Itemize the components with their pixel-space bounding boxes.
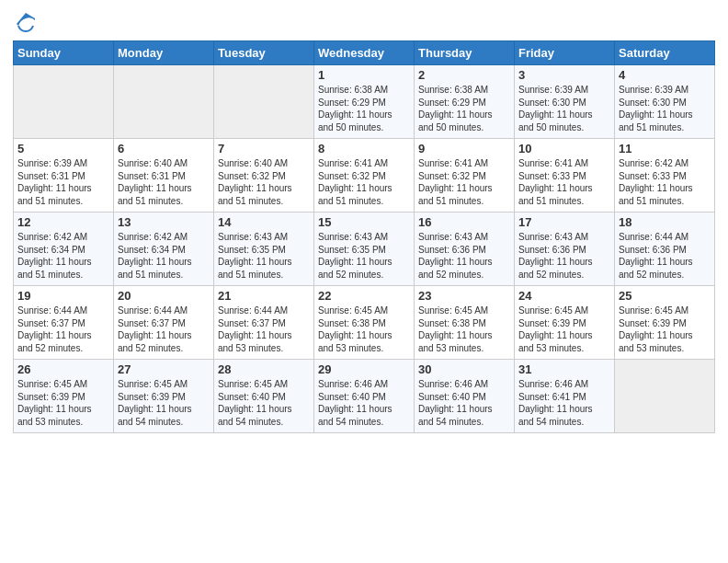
calendar-cell xyxy=(14,65,114,139)
day-number: 29 xyxy=(318,362,410,376)
calendar-cell: 11Sunrise: 6:42 AM Sunset: 6:33 PM Dayli… xyxy=(615,139,715,213)
day-info: Sunrise: 6:43 AM Sunset: 6:35 PM Dayligh… xyxy=(218,231,310,281)
day-info: Sunrise: 6:44 AM Sunset: 6:37 PM Dayligh… xyxy=(218,304,310,354)
weekday-header-monday: Monday xyxy=(114,41,214,65)
day-info: Sunrise: 6:39 AM Sunset: 6:31 PM Dayligh… xyxy=(17,157,109,207)
day-number: 8 xyxy=(318,142,410,155)
day-number: 18 xyxy=(619,215,711,229)
calendar-cell: 7Sunrise: 6:40 AM Sunset: 6:32 PM Daylig… xyxy=(214,139,314,213)
day-number: 26 xyxy=(17,362,109,376)
logo-icon xyxy=(15,11,37,33)
weekday-header-thursday: Thursday xyxy=(415,41,515,65)
calendar-cell: 31Sunrise: 6:46 AM Sunset: 6:41 PM Dayli… xyxy=(515,360,615,433)
day-number: 4 xyxy=(619,68,711,82)
calendar-cell: 22Sunrise: 6:45 AM Sunset: 6:38 PM Dayli… xyxy=(314,286,415,360)
calendar-cell: 5Sunrise: 6:39 AM Sunset: 6:31 PM Daylig… xyxy=(14,139,114,213)
calendar-week-row: 1Sunrise: 6:38 AM Sunset: 6:29 PM Daylig… xyxy=(14,65,715,139)
calendar-cell: 1Sunrise: 6:38 AM Sunset: 6:29 PM Daylig… xyxy=(314,65,415,139)
day-number: 19 xyxy=(17,289,109,303)
weekday-header-row: SundayMondayTuesdayWednesdayThursdayFrid… xyxy=(14,41,715,65)
calendar-cell: 20Sunrise: 6:44 AM Sunset: 6:37 PM Dayli… xyxy=(114,286,214,360)
day-info: Sunrise: 6:43 AM Sunset: 6:36 PM Dayligh… xyxy=(418,231,510,281)
logo-text xyxy=(13,13,37,33)
day-number: 1 xyxy=(318,68,410,82)
weekday-header-friday: Friday xyxy=(515,41,615,65)
day-info: Sunrise: 6:45 AM Sunset: 6:39 PM Dayligh… xyxy=(518,304,610,354)
calendar-cell xyxy=(214,65,314,139)
calendar-cell: 3Sunrise: 6:39 AM Sunset: 6:30 PM Daylig… xyxy=(515,65,615,139)
day-number: 17 xyxy=(518,215,610,229)
calendar-cell: 8Sunrise: 6:41 AM Sunset: 6:32 PM Daylig… xyxy=(314,139,415,213)
day-number: 15 xyxy=(318,215,410,229)
day-number: 13 xyxy=(118,215,210,229)
day-number: 23 xyxy=(418,289,510,303)
day-number: 20 xyxy=(118,289,210,303)
day-info: Sunrise: 6:43 AM Sunset: 6:35 PM Dayligh… xyxy=(318,231,410,281)
calendar-cell: 14Sunrise: 6:43 AM Sunset: 6:35 PM Dayli… xyxy=(214,213,314,286)
day-number: 5 xyxy=(17,142,109,155)
day-info: Sunrise: 6:41 AM Sunset: 6:32 PM Dayligh… xyxy=(418,157,510,207)
day-number: 12 xyxy=(17,215,109,229)
day-number: 6 xyxy=(118,142,210,155)
weekday-header-tuesday: Tuesday xyxy=(214,41,314,65)
day-info: Sunrise: 6:39 AM Sunset: 6:30 PM Dayligh… xyxy=(619,84,711,133)
calendar-cell xyxy=(615,360,715,433)
calendar-cell: 19Sunrise: 6:44 AM Sunset: 6:37 PM Dayli… xyxy=(14,286,114,360)
calendar-cell: 6Sunrise: 6:40 AM Sunset: 6:31 PM Daylig… xyxy=(114,139,214,213)
day-info: Sunrise: 6:46 AM Sunset: 6:41 PM Dayligh… xyxy=(518,378,610,428)
calendar-week-row: 5Sunrise: 6:39 AM Sunset: 6:31 PM Daylig… xyxy=(14,139,715,213)
day-info: Sunrise: 6:38 AM Sunset: 6:29 PM Dayligh… xyxy=(318,84,410,133)
day-number: 27 xyxy=(118,362,210,376)
calendar-cell: 2Sunrise: 6:38 AM Sunset: 6:29 PM Daylig… xyxy=(415,65,515,139)
day-number: 2 xyxy=(418,68,510,82)
day-number: 9 xyxy=(418,142,510,155)
calendar-cell: 25Sunrise: 6:45 AM Sunset: 6:39 PM Dayli… xyxy=(615,286,715,360)
calendar-cell: 26Sunrise: 6:45 AM Sunset: 6:39 PM Dayli… xyxy=(14,360,114,433)
day-info: Sunrise: 6:41 AM Sunset: 6:33 PM Dayligh… xyxy=(518,157,610,207)
calendar-table: SundayMondayTuesdayWednesdayThursdayFrid… xyxy=(13,40,715,433)
day-info: Sunrise: 6:44 AM Sunset: 6:37 PM Dayligh… xyxy=(118,304,210,354)
day-number: 14 xyxy=(218,215,310,229)
day-info: Sunrise: 6:40 AM Sunset: 6:31 PM Dayligh… xyxy=(118,157,210,207)
day-info: Sunrise: 6:45 AM Sunset: 6:39 PM Dayligh… xyxy=(17,378,109,428)
day-info: Sunrise: 6:42 AM Sunset: 6:34 PM Dayligh… xyxy=(17,231,109,281)
day-number: 25 xyxy=(619,289,711,303)
day-number: 28 xyxy=(218,362,310,376)
calendar-cell: 15Sunrise: 6:43 AM Sunset: 6:35 PM Dayli… xyxy=(314,213,415,286)
day-number: 30 xyxy=(418,362,510,376)
day-info: Sunrise: 6:46 AM Sunset: 6:40 PM Dayligh… xyxy=(318,378,410,428)
logo xyxy=(13,13,37,33)
calendar-cell: 4Sunrise: 6:39 AM Sunset: 6:30 PM Daylig… xyxy=(615,65,715,139)
calendar-cell: 12Sunrise: 6:42 AM Sunset: 6:34 PM Dayli… xyxy=(14,213,114,286)
calendar-cell: 9Sunrise: 6:41 AM Sunset: 6:32 PM Daylig… xyxy=(415,139,515,213)
calendar-page: SundayMondayTuesdayWednesdayThursdayFrid… xyxy=(0,0,728,563)
day-info: Sunrise: 6:44 AM Sunset: 6:36 PM Dayligh… xyxy=(619,231,711,281)
day-number: 24 xyxy=(518,289,610,303)
weekday-header-wednesday: Wednesday xyxy=(314,41,415,65)
day-info: Sunrise: 6:45 AM Sunset: 6:38 PM Dayligh… xyxy=(318,304,410,354)
day-info: Sunrise: 6:45 AM Sunset: 6:39 PM Dayligh… xyxy=(619,304,711,354)
day-info: Sunrise: 6:42 AM Sunset: 6:34 PM Dayligh… xyxy=(118,231,210,281)
calendar-week-row: 26Sunrise: 6:45 AM Sunset: 6:39 PM Dayli… xyxy=(14,360,715,433)
calendar-week-row: 12Sunrise: 6:42 AM Sunset: 6:34 PM Dayli… xyxy=(14,213,715,286)
weekday-header-sunday: Sunday xyxy=(14,41,114,65)
calendar-cell: 30Sunrise: 6:46 AM Sunset: 6:40 PM Dayli… xyxy=(415,360,515,433)
calendar-cell: 29Sunrise: 6:46 AM Sunset: 6:40 PM Dayli… xyxy=(314,360,415,433)
calendar-cell: 24Sunrise: 6:45 AM Sunset: 6:39 PM Dayli… xyxy=(515,286,615,360)
day-info: Sunrise: 6:40 AM Sunset: 6:32 PM Dayligh… xyxy=(218,157,310,207)
calendar-week-row: 19Sunrise: 6:44 AM Sunset: 6:37 PM Dayli… xyxy=(14,286,715,360)
calendar-cell: 21Sunrise: 6:44 AM Sunset: 6:37 PM Dayli… xyxy=(214,286,314,360)
day-number: 22 xyxy=(318,289,410,303)
weekday-header-saturday: Saturday xyxy=(615,41,715,65)
day-info: Sunrise: 6:42 AM Sunset: 6:33 PM Dayligh… xyxy=(619,157,711,207)
calendar-cell: 16Sunrise: 6:43 AM Sunset: 6:36 PM Dayli… xyxy=(415,213,515,286)
calendar-cell: 10Sunrise: 6:41 AM Sunset: 6:33 PM Dayli… xyxy=(515,139,615,213)
calendar-cell: 27Sunrise: 6:45 AM Sunset: 6:39 PM Dayli… xyxy=(114,360,214,433)
day-info: Sunrise: 6:44 AM Sunset: 6:37 PM Dayligh… xyxy=(17,304,109,354)
day-info: Sunrise: 6:38 AM Sunset: 6:29 PM Dayligh… xyxy=(418,84,510,133)
day-number: 31 xyxy=(518,362,610,376)
day-number: 7 xyxy=(218,142,310,155)
header xyxy=(13,9,715,33)
day-number: 10 xyxy=(518,142,610,155)
day-info: Sunrise: 6:41 AM Sunset: 6:32 PM Dayligh… xyxy=(318,157,410,207)
